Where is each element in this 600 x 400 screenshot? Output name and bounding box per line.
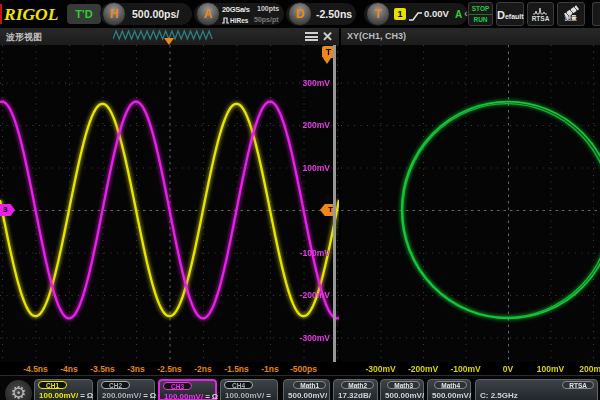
xy-panel-header: XY(CH1, CH3) <box>341 28 600 45</box>
stop-label: STOP <box>469 3 492 15</box>
time-label: -1ns <box>261 364 278 374</box>
delay-knob[interactable]: D <box>288 2 312 26</box>
toolbar-left-edge <box>0 4 2 24</box>
hires-icon <box>222 16 230 24</box>
coupling-icon: = <box>80 391 85 400</box>
math-box-Math1[interactable]: Math1500.00mV/ <box>283 379 330 400</box>
memory-depth: 100pts <box>257 5 279 12</box>
acquire-knob[interactable]: A <box>196 2 220 26</box>
channel-scale: 100.00mV/=Ω <box>164 392 218 400</box>
menu-icon[interactable] <box>305 32 318 41</box>
voltage-label: 300mV <box>303 78 330 88</box>
math-scale: 500.00mV/ <box>385 391 424 400</box>
horizontal-knob[interactable]: H <box>102 2 126 26</box>
impedance-icon: Ω <box>150 391 156 400</box>
voltage-label: -100mV <box>300 248 330 258</box>
channel-box-CH1[interactable]: CH1100.00mV/=Ω <box>34 379 93 400</box>
time-label: -500ps <box>290 364 317 374</box>
math-tab: Math3 <box>387 381 420 389</box>
trigger-sweep: A <box>455 9 462 20</box>
waveform-panel-title: 波形视图 <box>6 31 42 44</box>
xy-panel-title: XY(CH1, CH3) <box>347 31 406 41</box>
waveform-canvas[interactable] <box>0 45 339 362</box>
math-scale: 500.00mV/ <box>288 391 327 400</box>
math-box-Math3[interactable]: Math3500.00mV/ <box>380 379 424 400</box>
rtsa-value: C: 2.5GHz <box>480 391 518 400</box>
channel-tab: CH4 <box>224 381 253 389</box>
voltage-label: -300mV <box>300 333 330 343</box>
horizontal-scale: 500.00ps/ <box>132 8 179 20</box>
xy-axis-label: -100mV <box>450 364 480 374</box>
oscilloscope-screen: RIGOL T'D H 500.00ps/ A 20GSa/s HiRes 10… <box>0 0 600 400</box>
math-box-Math2[interactable]: Math217.32dB/ <box>333 379 378 400</box>
trigger-source-badge: 1 <box>394 8 406 20</box>
coupling-icon: = <box>143 391 148 400</box>
delay-value: -2.50ns <box>316 8 352 20</box>
close-icon[interactable]: ✕ <box>322 29 333 44</box>
channel-box-CH4[interactable]: CH4100.00mV/= <box>220 379 278 400</box>
gear-icon[interactable]: ⚙ <box>5 380 32 400</box>
impedance-icon: Ω <box>87 391 93 400</box>
voltage-label: 200mV <box>303 120 330 130</box>
coupling-icon: = <box>266 391 271 400</box>
trigger-status-badge: T'D <box>67 4 101 24</box>
rtsa-tab: RTSA <box>562 381 594 389</box>
waveform-display[interactable]: 300mV200mV100mV-100mV-200mV-300mV T 3 T <box>0 45 339 362</box>
rigol-logo: RIGOL <box>4 4 58 25</box>
xy-display[interactable] <box>341 45 600 362</box>
time-label: -2.5ns <box>157 364 182 374</box>
time-label: -3.5ns <box>90 364 115 374</box>
sample-rate: 20GSa/s <box>222 5 250 14</box>
math-scale: 500.00mV/ <box>432 391 471 400</box>
channel-tab: CH1 <box>38 381 67 389</box>
xy-canvas[interactable] <box>341 45 600 362</box>
xy-x-axis: -300mV-200mV-100mV0V100mV200mV <box>341 362 600 375</box>
time-label: -4.5ns <box>23 364 48 374</box>
math-tab: Math1 <box>293 381 326 389</box>
channel-scale: 100.00mV/= <box>225 391 271 400</box>
acquire-mode: HiRes <box>222 16 248 24</box>
time-label: -2ns <box>194 364 211 374</box>
channel-box-CH3[interactable]: CH3100.00mV/=Ω <box>158 379 217 400</box>
rising-edge-icon <box>408 8 423 20</box>
coupling-icon: = <box>205 392 210 400</box>
measure-label: 测量 <box>558 15 584 21</box>
trigger-level: 0.00V <box>424 8 449 19</box>
math-tab: Math4 <box>434 381 467 389</box>
math-box-Math4[interactable]: Math4500.00mV/ <box>427 379 471 400</box>
time-label: -4ns <box>60 364 77 374</box>
default-button[interactable]: Default <box>496 2 524 26</box>
time-label: -3ns <box>127 364 144 374</box>
panel-divider[interactable] <box>333 45 336 374</box>
trigger-position-pointer <box>323 58 331 64</box>
rtsa-box[interactable]: RTSAC: 2.5GHz <box>475 379 598 400</box>
channel-tab: CH3 <box>163 382 192 390</box>
trigger-knob[interactable]: T <box>366 2 390 26</box>
impedance-icon: Ω <box>212 392 218 400</box>
xy-axis-label: 200mV <box>579 364 600 374</box>
voltage-label: 100mV <box>303 163 330 173</box>
channel-scale: 100.00mV/=Ω <box>39 391 93 400</box>
rtsa-label: RTSA <box>528 15 553 22</box>
spectrum-icon <box>533 7 548 15</box>
partial-button[interactable] <box>592 2 600 26</box>
voltage-label: -200mV <box>300 290 330 300</box>
stop-run-button[interactable]: STOP RUN <box>468 2 493 26</box>
channel-scale: 200.00mV/=Ω <box>102 391 156 400</box>
channel-box-CH2[interactable]: CH2200.00mV/=Ω <box>97 379 155 400</box>
trigger-position-icon[interactable] <box>164 38 174 45</box>
top-toolbar: RIGOL T'D H 500.00ps/ A 20GSa/s HiRes 10… <box>0 0 600 28</box>
xy-axis-label: -200mV <box>408 364 438 374</box>
channel-tab: CH2 <box>101 381 130 389</box>
xy-axis-label: -300mV <box>365 364 395 374</box>
time-label: -1.5ns <box>224 364 249 374</box>
rtsa-button[interactable]: RTSA <box>527 2 554 26</box>
run-label: RUN <box>469 15 492 25</box>
math-scale: 17.32dB/ <box>338 391 371 400</box>
time-axis: -4.5ns-4ns-3.5ns-3ns-2.5ns-2ns-1.5ns-1ns… <box>0 362 339 375</box>
status-bar: ⚙ CH1100.00mV/=ΩCH2200.00mV/=ΩCH3100.00m… <box>0 375 600 400</box>
math-tab: Math2 <box>341 381 374 389</box>
xy-axis-label: 100mV <box>537 364 564 374</box>
measure-button[interactable]: 测量 <box>557 2 585 26</box>
xy-axis-label: 0V <box>503 364 513 374</box>
